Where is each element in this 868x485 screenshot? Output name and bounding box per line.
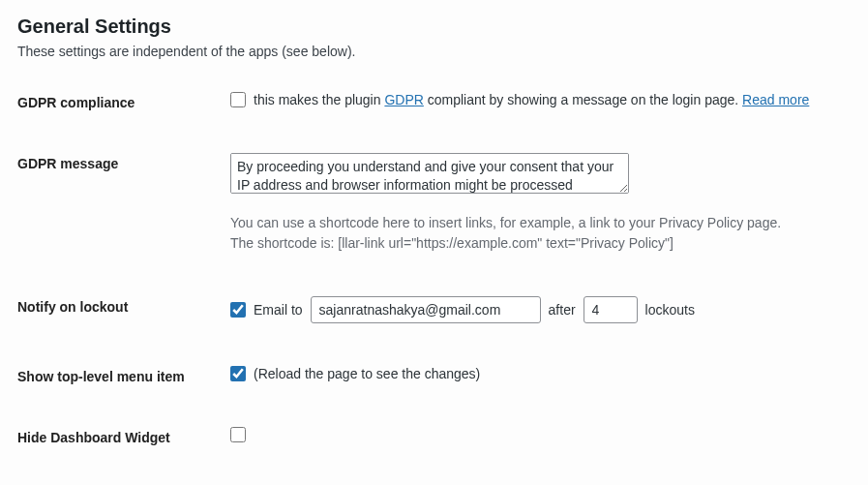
label-hide-widget: Hide Dashboard Widget <box>17 427 230 445</box>
label-notify-lockout: Notify on lockout <box>17 296 230 315</box>
read-more-link[interactable]: Read more <box>742 92 809 107</box>
top-level-menu-note: (Reload the page to see the changes) <box>254 366 480 381</box>
section-title: General Settings <box>17 15 853 38</box>
help-line-2: The shortcode is: [llar-link url="https:… <box>230 233 853 254</box>
gdpr-message-help: You can use a shortcode here to insert l… <box>230 213 853 254</box>
label-top-level-menu: Show top-level menu item <box>17 366 230 384</box>
checkbox-gdpr-compliance[interactable] <box>230 92 246 107</box>
gdpr-text-prefix: this makes the plugin <box>254 92 384 107</box>
lockouts-input[interactable] <box>584 296 638 323</box>
gdpr-compliance-text: this makes the plugin GDPR compliant by … <box>254 92 809 107</box>
checkbox-hide-widget[interactable] <box>230 427 246 442</box>
section-description: These settings are independent of the ap… <box>17 44 853 59</box>
row-hide-widget: Hide Dashboard Widget <box>17 427 853 445</box>
lockouts-label: lockouts <box>645 302 695 318</box>
gdpr-text-suffix: compliant by showing a message on the lo… <box>424 92 742 107</box>
checkbox-top-level-menu[interactable] <box>230 366 246 381</box>
help-line-1: You can use a shortcode here to insert l… <box>230 213 853 233</box>
row-gdpr-compliance: GDPR compliance this makes the plugin GD… <box>17 92 853 110</box>
email-input[interactable] <box>311 296 541 323</box>
after-label: after <box>549 302 576 318</box>
checkbox-notify-email[interactable] <box>230 302 246 318</box>
textarea-gdpr-message[interactable] <box>230 153 629 194</box>
label-gdpr-message: GDPR message <box>17 153 230 171</box>
row-top-level-menu: Show top-level menu item (Reload the pag… <box>17 366 853 384</box>
row-gdpr-message: GDPR message You can use a shortcode her… <box>17 153 853 254</box>
label-gdpr-compliance: GDPR compliance <box>17 92 230 110</box>
gdpr-link[interactable]: GDPR <box>384 92 423 107</box>
row-notify-lockout: Notify on lockout Email to after lockout… <box>17 296 853 323</box>
email-to-label: Email to <box>254 302 303 318</box>
